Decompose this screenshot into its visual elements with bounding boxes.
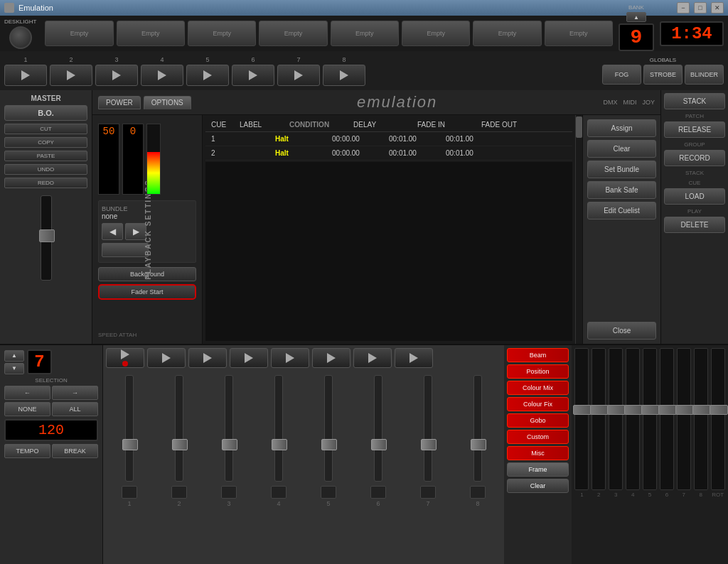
play-button-2[interactable] [50,65,92,86]
gobo-button[interactable]: Gobo [507,413,569,428]
sel-left-button[interactable]: ← [4,386,50,400]
delete-button[interactable]: DELETE [664,217,725,233]
rot-thumb[interactable] [710,405,728,415]
slider-thumb-5[interactable] [641,405,660,415]
bank-safe-button[interactable]: Bank Safe [587,181,656,199]
nav-right-button[interactable]: ▶ [125,223,146,240]
paste-button[interactable]: PASTE [4,151,87,161]
release-button[interactable]: RELEASE [664,121,725,138]
cue-scrollbar[interactable] [575,115,582,344]
fader-play-1[interactable] [106,348,144,368]
position-button[interactable]: Position [507,364,569,379]
play-button-1[interactable] [4,65,47,86]
slider-thumb-3[interactable] [607,405,626,415]
fog-button[interactable]: FOG [602,65,641,85]
load-button[interactable]: LOAD [664,188,725,205]
fader-thumb-4[interactable] [272,439,287,450]
maximize-button[interactable]: □ [694,2,707,13]
assign-button[interactable]: Assign [587,119,656,137]
clear-button[interactable]: Clear [587,140,656,158]
record-button[interactable]: RECORD [664,150,725,166]
strobe-button[interactable]: STROBE [643,65,682,85]
fixture-clear-button[interactable]: Clear [507,479,569,493]
slider-track-4 [626,348,640,490]
stop-button[interactable] [102,243,149,257]
empty-slot-2[interactable]: Empty [117,21,185,46]
fader-play-2[interactable] [147,348,186,368]
play-button-7[interactable] [277,65,320,86]
slider-thumb-6[interactable] [658,405,677,415]
slider-thumb-2[interactable] [590,405,609,415]
power-tab[interactable]: POWER [98,96,141,109]
scrollbar-thumb[interactable] [576,116,582,138]
slider-thumb-1[interactable] [573,405,592,415]
empty-slot-7[interactable]: Empty [473,21,541,46]
close-button[interactable]: Close [587,322,656,340]
nav-left-button[interactable]: ◀ [102,223,123,240]
misc-button[interactable]: Misc [507,446,569,460]
frame-button[interactable]: Frame [507,462,569,477]
fader-thumb-3[interactable] [222,439,237,450]
fader-start-button[interactable]: Fader Start [98,284,196,300]
fader-play-7[interactable] [353,348,392,368]
play-button-5[interactable] [186,65,229,86]
break-button[interactable]: BREAK [52,444,98,458]
colour-mix-button[interactable]: Colour Mix [507,381,569,395]
set-bundle-button[interactable]: Set Bundle [587,161,656,178]
tempo-button[interactable]: TEMPO [4,444,50,458]
desklight-knob[interactable] [9,26,32,49]
minimize-button[interactable]: − [677,2,690,13]
none-button[interactable]: NONE [4,402,50,416]
play-button-6[interactable] [232,65,274,86]
bo-button[interactable]: B.O. [4,105,87,121]
redo-button[interactable]: REDO [4,178,87,188]
fader-play-5[interactable] [271,348,309,368]
empty-slot-8[interactable]: Empty [545,21,613,46]
stack-button-1[interactable]: STACK [664,93,725,109]
slider-thumb-4[interactable] [624,405,643,415]
fader-thumb-8[interactable] [471,439,486,450]
empty-slot-1[interactable]: Empty [45,21,113,46]
slider-thumb-8[interactable] [692,405,711,415]
edit-cuelist-button[interactable]: Edit Cuelist [587,202,656,219]
play-button-3[interactable] [95,65,138,86]
fader-play-8[interactable] [395,348,433,368]
undo-button[interactable]: UNDO [4,164,87,175]
cue-row-1[interactable]: 1 Halt 00:00.00 00:01.00 00:01.00 [205,132,572,146]
sel-right-button[interactable]: → [52,386,98,400]
slider-thumb-7[interactable] [675,405,694,415]
empty-slot-6[interactable]: Empty [402,21,470,46]
fader-play-6[interactable] [312,348,350,368]
fader-thumb-7[interactable] [421,439,437,450]
beam-button[interactable]: Beam [507,348,569,362]
blinder-button[interactable]: BLINDER [685,65,724,85]
colour-fix-button[interactable]: Colour Fix [507,397,569,411]
options-tab[interactable]: OPTIONS [144,96,191,109]
cut-button[interactable]: CUT [4,124,87,134]
empty-slot-3[interactable]: Empty [188,21,256,46]
copy-button[interactable]: COPY [4,137,87,148]
all-button[interactable]: ALL [52,402,98,416]
empty-slot-4[interactable]: Empty [259,21,327,46]
play-button-8[interactable] [323,65,365,86]
fader-thumb-6[interactable] [371,439,387,450]
fader-thumb-5[interactable] [321,439,337,450]
master-fader-thumb[interactable] [39,229,55,242]
nav-buttons: ◀ ▶ [102,223,193,240]
fader-thumb-1[interactable] [122,439,138,450]
play-button-4[interactable] [141,65,183,86]
bank-v-down[interactable]: ▼ [4,363,24,374]
custom-button[interactable]: Custom [507,430,569,444]
cue-row-2[interactable]: 2 Halt 00:00.00 00:01.00 00:01.00 [205,146,572,161]
second-row: 1 2 3 4 5 6 7 [0,51,728,90]
selection-arrows: ← → [4,386,98,400]
bank-up-button[interactable]: ▲ [626,12,646,22]
fader-play-3[interactable] [188,348,227,368]
bank-v-up[interactable]: ▲ [4,350,24,362]
background-button[interactable]: Background [98,267,196,281]
fader-thumb-2[interactable] [172,439,188,450]
close-button[interactable]: ✕ [711,2,724,13]
empty-slot-5[interactable]: Empty [331,21,399,46]
slider-label-5: 5 [648,492,651,498]
fader-play-4[interactable] [230,348,268,368]
